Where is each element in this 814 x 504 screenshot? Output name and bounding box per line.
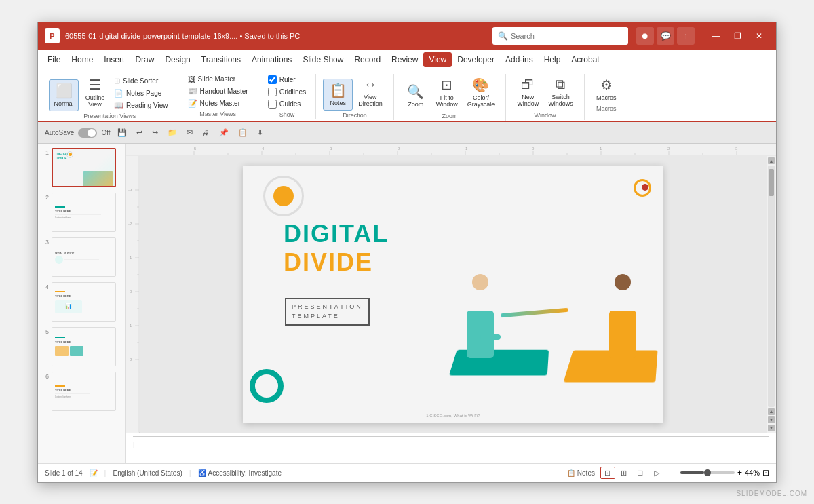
reading-view-status-btn[interactable]: ⊟ [633,467,648,479]
notes-page-button[interactable]: 📄 Notes Page [111,88,171,99]
scroll-next-button[interactable]: ▼ [768,416,775,423]
person2 [602,274,643,362]
notes-area[interactable]: | [126,433,776,463]
zoom-slider-thumb[interactable] [704,469,711,476]
menu-review[interactable]: Review [386,52,423,67]
zoom-level-text: 44% [745,469,760,477]
menu-developer[interactable]: Developer [452,52,500,67]
horizontal-ruler: -5 -4 -3 -2 -1 0 1 2 3 [126,144,776,156]
switch-windows-button[interactable]: ⧉ SwitchWindows [544,74,577,111]
menu-insert[interactable]: Insert [98,52,130,67]
normal-view-button[interactable]: ⬜ Normal [49,79,79,111]
scroll-down-button[interactable]: ▼ [768,425,775,431]
zoom-button[interactable]: 🔍 Zoom [401,81,431,111]
minimize-button[interactable]: — [705,27,726,45]
record-icon-btn[interactable]: ⏺ [636,27,654,45]
slide-thumb-1[interactable]: 1 DIGITALDIVIDE [41,147,123,189]
color-grayscale-button[interactable]: 🎨 Color/Grayscale [463,74,499,112]
zoom-plus-btn[interactable]: + [737,468,742,478]
print-button[interactable]: 🖨 [199,128,212,138]
open-button[interactable]: 📁 [165,127,180,138]
ruler-label: Ruler [279,76,296,83]
zoom-minus-btn[interactable]: — [670,468,678,478]
slide-master-button[interactable]: 🖼 Slide Master [185,74,251,85]
grid-view-status-btn[interactable]: ⊞ [617,467,632,479]
save-button[interactable]: 💾 [115,127,130,138]
slide-panel[interactable]: 1 DIGITALDIVIDE 2 [38,144,126,463]
scroll-up-button[interactable]: ▲ [768,157,775,164]
slide-thumb-3[interactable]: 3 WHAT IS WiFi? [41,236,123,278]
view-direction-button[interactable]: ↔ ViewDirection [354,74,387,111]
new-window-label: NewWindow [517,94,539,109]
menu-file[interactable]: File [42,52,66,67]
email-button[interactable]: ✉ [184,127,195,138]
autosave-toggle[interactable] [78,128,97,138]
handout-master-icon: 📰 [188,87,197,96]
ribbon-content: ⬜ Normal ☰ OutlineView ⊞ Slide Sorter � [42,74,772,121]
search-box[interactable]: 🔍 [492,27,628,45]
notes-status-btn[interactable]: 📋 Notes [567,469,595,477]
slide-thumb-6[interactable]: 6 TITLE HERE Content line here [41,370,123,412]
fit-to-window-button[interactable]: ⊡ Fit toWindow [432,74,462,112]
redo-button[interactable]: ↪ [149,127,161,138]
guides-checkbox[interactable] [268,100,277,109]
accessibility-status[interactable]: ♿ Accessibility: Investigate [198,469,282,477]
menu-record[interactable]: Record [349,52,386,67]
menu-addins[interactable]: Add-ins [500,52,539,67]
handout-master-button[interactable]: 📰 Handout Master [185,85,251,97]
scroll-prev-button[interactable]: ▲ [768,408,775,415]
undo-button[interactable]: ↩ [134,127,145,138]
slide-thumbnail-3: WHAT IS WiFi? [52,237,116,277]
slide-thumb-5[interactable]: 5 TITLE HERE [41,326,123,368]
ruler-checkbox[interactable] [268,75,277,84]
slide-thumb-2[interactable]: 2 TITLE HERE Content text here [41,191,123,233]
fit-page-btn[interactable]: ⊡ [762,468,769,478]
outline-view-button[interactable]: ☰ OutlineView [80,74,110,112]
comment-icon-btn[interactable]: 💬 [657,27,674,45]
zoom-slider-track[interactable] [680,471,735,474]
new-window-button[interactable]: 🗗 NewWindow [513,74,543,111]
slide-thumbnail-4: TITLE HERE 📊 [52,282,116,322]
menu-acrobat[interactable]: Acrobat [566,52,604,67]
slide-viewport[interactable]: DIGITAL DIVIDE PRESENTATION TEMPLATE [243,166,663,423]
guides-checkbox-container[interactable]: Guides [265,98,309,110]
menu-home[interactable]: Home [66,52,98,67]
fit-to-window-icon: ⊡ [441,77,452,93]
menu-help[interactable]: Help [539,52,566,67]
notes-master-button[interactable]: 📝 Notes Master [185,98,251,109]
dropdown-more[interactable]: ⬇ [254,127,266,138]
pin-button[interactable]: 📌 [216,127,231,138]
zoom-slider-fill [680,471,704,474]
slide-thumb-4[interactable]: 4 TITLE HERE 📊 [41,281,123,323]
vertical-scrollbar[interactable]: ▲ ▲ ▼ ▼ [767,156,776,432]
menu-design[interactable]: Design [159,52,195,67]
subtitle-line2: TEMPLATE [292,311,363,321]
presenter-view-status-btn[interactable]: ▷ [649,467,664,479]
notes-status-label: Notes [577,469,595,477]
reading-view-button[interactable]: 📖 Reading View [111,100,171,111]
view-mode-buttons: ⊡ ⊞ ⊟ ▷ [600,467,664,479]
gridlines-checkbox-container[interactable]: Gridlines [265,86,309,98]
search-input[interactable] [511,32,623,40]
slide-sorter-button[interactable]: ⊞ Slide Sorter [111,75,171,87]
menu-view[interactable]: View [423,52,452,67]
slide-master-icon: 🖼 [188,75,195,83]
scroll-thumb[interactable] [769,169,774,196]
svg-text:-1: -1 [128,256,132,260]
menu-draw[interactable]: Draw [130,52,159,67]
deco-donut [250,369,284,403]
gridlines-checkbox[interactable] [268,88,277,96]
macros-button[interactable]: ⚙ Macros [592,74,621,104]
clipboard-button[interactable]: 📋 [235,127,250,138]
share-icon-btn[interactable]: ↑ [677,27,695,45]
ribbon-group-zoom: 🔍 Zoom ⊡ Fit toWindow 🎨 Color/Grayscale … [394,74,507,121]
ruler-checkbox-container[interactable]: Ruler [265,74,309,85]
menu-slideshow[interactable]: Slide Show [297,52,349,67]
normal-view-status-btn[interactable]: ⊡ [600,467,615,479]
close-button[interactable]: ✕ [749,27,769,45]
menu-animations[interactable]: Animations [246,52,297,67]
restore-button[interactable]: ❐ [727,27,748,45]
scroll-track[interactable] [768,166,775,406]
menu-transitions[interactable]: Transitions [196,52,246,67]
notes-button[interactable]: 📋 Notes [323,79,353,111]
